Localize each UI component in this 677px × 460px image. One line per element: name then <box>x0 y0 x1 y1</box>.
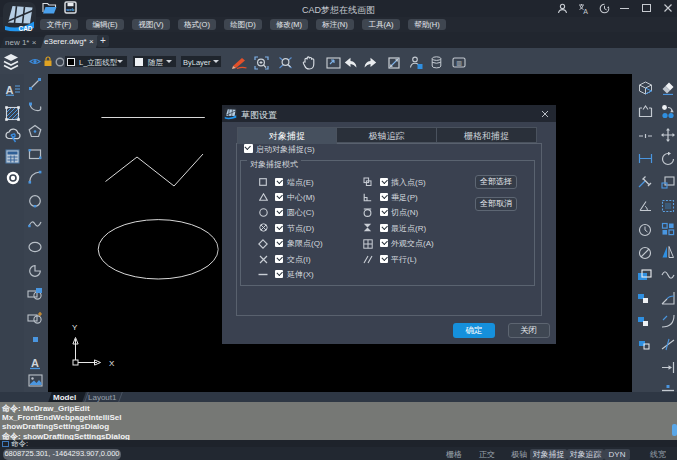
svg-text:▥: ▥ <box>456 60 462 66</box>
svg-text:A: A <box>583 8 588 15</box>
svg-text:A: A <box>6 84 14 96</box>
svg-text:CAD: CAD <box>18 25 32 32</box>
svg-text:X: X <box>109 359 115 368</box>
svg-text:Y: Y <box>72 323 78 332</box>
svg-text:A: A <box>31 357 39 369</box>
